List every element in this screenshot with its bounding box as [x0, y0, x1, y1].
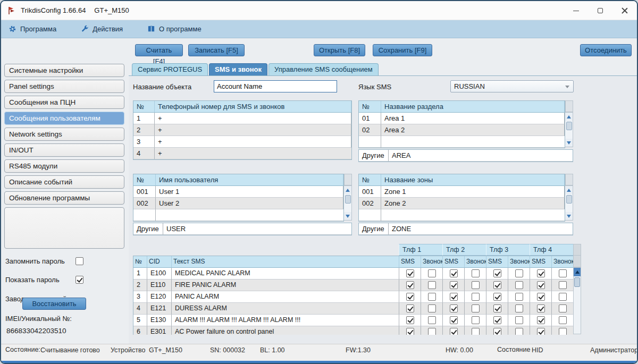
sidebar-item-firmware-update[interactable]: Обновление программы — [4, 191, 124, 205]
phone-number-cell[interactable]: + — [155, 113, 351, 124]
sms-checkbox[interactable] — [493, 328, 501, 335]
call-checkbox[interactable] — [472, 269, 480, 277]
scroll-down-button[interactable] — [565, 139, 573, 147]
sms-checkbox[interactable] — [493, 293, 501, 301]
scroll-down-button[interactable] — [344, 212, 351, 220]
call-checkbox[interactable] — [559, 328, 567, 335]
scroll-thumb[interactable] — [566, 122, 572, 130]
close-button[interactable] — [612, 1, 637, 20]
sms-checkbox[interactable] — [406, 269, 414, 277]
user-name-cell[interactable]: User 2 — [156, 198, 343, 209]
zone-other-value[interactable]: ZONE — [389, 223, 573, 235]
menu-program[interactable]: Программа — [9, 25, 56, 33]
event-sms-text[interactable]: PANIC ALARM — [172, 291, 399, 303]
area-name-cell[interactable] — [381, 136, 565, 148]
sms-checkbox[interactable] — [537, 281, 545, 289]
call-checkbox[interactable] — [515, 269, 523, 277]
sidebar-item-system-settings[interactable]: Системные настройки — [4, 64, 124, 77]
scroll-thumb[interactable] — [345, 195, 351, 204]
call-checkbox[interactable] — [472, 316, 480, 324]
scroll-up-button[interactable] — [344, 186, 351, 194]
sms-checkbox[interactable] — [493, 281, 501, 289]
zone-name-cell[interactable]: Zone 1 — [381, 186, 565, 198]
sms-checkbox[interactable] — [537, 269, 545, 277]
phone-number-cell[interactable]: + — [155, 124, 351, 136]
call-checkbox[interactable] — [559, 293, 567, 301]
user-name-cell[interactable] — [156, 209, 343, 221]
disconnect-button[interactable]: Отсоединить — [580, 44, 632, 56]
phone-number-cell[interactable]: + — [155, 136, 351, 148]
minimize-button[interactable] — [564, 1, 588, 20]
user-other-value[interactable]: USER — [163, 223, 351, 235]
call-checkbox[interactable] — [515, 281, 523, 289]
sms-checkbox[interactable] — [406, 328, 414, 335]
phone-number-cell[interactable]: + — [155, 148, 351, 159]
sms-checkbox[interactable] — [450, 281, 458, 289]
call-checkbox[interactable] — [428, 281, 436, 289]
sms-checkbox[interactable] — [537, 328, 545, 335]
scroll-up-button[interactable] — [574, 268, 581, 276]
scrollbar[interactable] — [344, 185, 352, 221]
sidebar-item-in-out[interactable]: IN/OUT — [4, 143, 124, 157]
sms-checkbox[interactable] — [406, 316, 414, 324]
scroll-down-button[interactable] — [565, 212, 573, 220]
user-name-cell[interactable]: User 1 — [156, 186, 343, 198]
sidebar-item-panel-settings[interactable]: Panel settings — [4, 80, 124, 93]
title-bar[interactable]: TrikdisConfig 1.66.64 GT+_M150 — [1, 1, 637, 20]
sidebar-item-user-messages[interactable]: Сообщения пользователям — [4, 112, 124, 125]
sms-checkbox[interactable] — [450, 328, 458, 335]
restore-button[interactable]: Восстановить — [22, 298, 86, 310]
sms-checkbox[interactable] — [493, 316, 501, 324]
tab-sms-and-call[interactable]: SMS и звонок — [209, 63, 267, 75]
object-name-input[interactable] — [214, 80, 337, 92]
area-name-cell[interactable]: Area 1 — [381, 113, 565, 124]
maximize-button[interactable] — [588, 1, 612, 20]
open-button[interactable]: Открыть [F8] — [314, 44, 365, 56]
sms-checkbox[interactable] — [406, 281, 414, 289]
call-checkbox[interactable] — [559, 316, 567, 324]
area-name-cell[interactable]: Area 2 — [381, 124, 565, 136]
sms-checkbox[interactable] — [493, 304, 501, 312]
call-checkbox[interactable] — [472, 328, 480, 335]
menu-about[interactable]: О программе — [147, 25, 202, 33]
scroll-thumb[interactable] — [566, 195, 572, 204]
read-button[interactable]: Считать [F4] — [135, 44, 183, 56]
sidebar-item-messages-cms[interactable]: Сообщения на ПЦН — [4, 96, 124, 109]
sidebar-item-event-descriptions[interactable]: Описание событий — [4, 175, 124, 189]
scrollbar[interactable] — [565, 185, 573, 221]
zone-name-cell[interactable] — [381, 209, 565, 221]
remember-password-checkbox[interactable] — [75, 257, 83, 265]
sms-checkbox[interactable] — [406, 304, 414, 312]
tab-protegus-service[interactable]: Сервис PROTEGUS — [132, 63, 208, 75]
call-checkbox[interactable] — [559, 281, 567, 289]
write-button[interactable]: Записать [F5] — [188, 44, 245, 56]
sms-language-select[interactable]: RUSSIAN — [450, 80, 574, 92]
call-checkbox[interactable] — [472, 304, 480, 312]
sms-checkbox[interactable] — [450, 304, 458, 312]
call-checkbox[interactable] — [559, 269, 567, 277]
sms-checkbox[interactable] — [537, 304, 545, 312]
sms-checkbox[interactable] — [450, 269, 458, 277]
call-checkbox[interactable] — [515, 293, 523, 301]
call-checkbox[interactable] — [472, 281, 480, 289]
event-sms-text[interactable]: ALARM !!! ALARM !!! ALARM !!! ALARM !!! — [172, 315, 399, 326]
call-checkbox[interactable] — [472, 293, 480, 301]
scrollbar[interactable] — [565, 112, 573, 147]
sidebar-item-network-settings[interactable]: Network settings — [4, 128, 124, 141]
event-sms-text[interactable]: DURESS ALARM — [172, 303, 399, 315]
event-sms-text[interactable]: MEDICAL PANIC ALARM — [172, 268, 399, 280]
call-checkbox[interactable] — [428, 328, 436, 335]
call-checkbox[interactable] — [428, 304, 436, 312]
call-checkbox[interactable] — [515, 304, 523, 312]
sms-checkbox[interactable] — [537, 316, 545, 324]
sms-checkbox[interactable] — [493, 269, 501, 277]
show-password-checkbox[interactable] — [75, 276, 83, 284]
menu-actions[interactable]: Действия — [81, 25, 123, 33]
tab-sms-control[interactable]: Управление SMS сообщением — [268, 63, 379, 75]
call-checkbox[interactable] — [428, 293, 436, 301]
scrollbar[interactable] — [573, 267, 581, 334]
scroll-up-button[interactable] — [565, 186, 573, 194]
call-checkbox[interactable] — [559, 304, 567, 312]
sms-checkbox[interactable] — [406, 293, 414, 301]
sms-checkbox[interactable] — [450, 293, 458, 301]
